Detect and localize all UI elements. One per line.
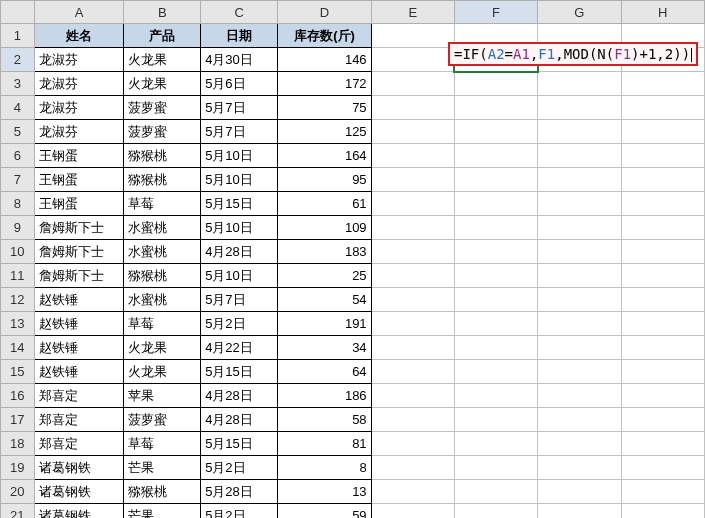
cell-H6[interactable]: [621, 144, 704, 168]
cell-G6[interactable]: [538, 144, 621, 168]
row-head[interactable]: 9: [1, 216, 35, 240]
cell-B8[interactable]: 草莓: [124, 192, 201, 216]
cell-G16[interactable]: [538, 384, 621, 408]
cell-E17[interactable]: [371, 408, 454, 432]
cell-E7[interactable]: [371, 168, 454, 192]
cell-F11[interactable]: [454, 264, 537, 288]
cell-F5[interactable]: [454, 120, 537, 144]
select-all-corner[interactable]: [1, 1, 35, 24]
cell-G7[interactable]: [538, 168, 621, 192]
cell-C20[interactable]: 5月28日: [201, 480, 278, 504]
col-head-E[interactable]: E: [371, 1, 454, 24]
cell-C21[interactable]: 5月2日: [201, 504, 278, 519]
cell-H19[interactable]: [621, 456, 704, 480]
row-head[interactable]: 14: [1, 336, 35, 360]
cell-G21[interactable]: [538, 504, 621, 519]
cell-C6[interactable]: 5月10日: [201, 144, 278, 168]
cell-E16[interactable]: [371, 384, 454, 408]
cell-B11[interactable]: 猕猴桃: [124, 264, 201, 288]
cell-F15[interactable]: [454, 360, 537, 384]
cell-C1[interactable]: 日期: [201, 24, 278, 48]
cell-G5[interactable]: [538, 120, 621, 144]
cell-B6[interactable]: 猕猴桃: [124, 144, 201, 168]
cell-F3[interactable]: [454, 72, 537, 96]
cell-D6[interactable]: 164: [278, 144, 371, 168]
cell-D16[interactable]: 186: [278, 384, 371, 408]
spreadsheet-sheet[interactable]: A B C D E F G H 1姓名产品日期库存数(斤)2龙淑芬火龙果4月30…: [0, 0, 705, 518]
cell-D10[interactable]: 183: [278, 240, 371, 264]
cell-C12[interactable]: 5月7日: [201, 288, 278, 312]
cell-A1[interactable]: 姓名: [34, 24, 124, 48]
row-head[interactable]: 4: [1, 96, 35, 120]
cell-B17[interactable]: 菠萝蜜: [124, 408, 201, 432]
cell-B7[interactable]: 猕猴桃: [124, 168, 201, 192]
col-head-B[interactable]: B: [124, 1, 201, 24]
cell-C10[interactable]: 4月28日: [201, 240, 278, 264]
cell-F9[interactable]: [454, 216, 537, 240]
cell-D3[interactable]: 172: [278, 72, 371, 96]
cell-B21[interactable]: 芒果: [124, 504, 201, 519]
cell-F20[interactable]: [454, 480, 537, 504]
cell-C13[interactable]: 5月2日: [201, 312, 278, 336]
col-head-G[interactable]: G: [538, 1, 621, 24]
cell-A9[interactable]: 詹姆斯下士: [34, 216, 124, 240]
cell-G20[interactable]: [538, 480, 621, 504]
cell-B10[interactable]: 水蜜桃: [124, 240, 201, 264]
cell-B12[interactable]: 水蜜桃: [124, 288, 201, 312]
cell-F13[interactable]: [454, 312, 537, 336]
cell-F19[interactable]: [454, 456, 537, 480]
cell-C19[interactable]: 5月2日: [201, 456, 278, 480]
cell-D21[interactable]: 59: [278, 504, 371, 519]
cell-E11[interactable]: [371, 264, 454, 288]
cell-C3[interactable]: 5月6日: [201, 72, 278, 96]
cell-H5[interactable]: [621, 120, 704, 144]
cell-H11[interactable]: [621, 264, 704, 288]
cell-F10[interactable]: [454, 240, 537, 264]
row-head[interactable]: 16: [1, 384, 35, 408]
cell-C7[interactable]: 5月10日: [201, 168, 278, 192]
cell-F12[interactable]: [454, 288, 537, 312]
cell-A7[interactable]: 王钢蛋: [34, 168, 124, 192]
cell-D18[interactable]: 81: [278, 432, 371, 456]
cell-D12[interactable]: 54: [278, 288, 371, 312]
cell-B1[interactable]: 产品: [124, 24, 201, 48]
cell-H20[interactable]: [621, 480, 704, 504]
cell-C11[interactable]: 5月10日: [201, 264, 278, 288]
cell-G18[interactable]: [538, 432, 621, 456]
cell-E10[interactable]: [371, 240, 454, 264]
cell-E15[interactable]: [371, 360, 454, 384]
cell-G11[interactable]: [538, 264, 621, 288]
col-head-H[interactable]: H: [621, 1, 704, 24]
cell-A17[interactable]: 郑喜定: [34, 408, 124, 432]
row-head[interactable]: 8: [1, 192, 35, 216]
row-head[interactable]: 10: [1, 240, 35, 264]
row-head[interactable]: 5: [1, 120, 35, 144]
cell-D7[interactable]: 95: [278, 168, 371, 192]
cell-D11[interactable]: 25: [278, 264, 371, 288]
row-head[interactable]: 19: [1, 456, 35, 480]
cell-F18[interactable]: [454, 432, 537, 456]
cell-B3[interactable]: 火龙果: [124, 72, 201, 96]
cell-F14[interactable]: [454, 336, 537, 360]
cell-C2[interactable]: 4月30日: [201, 48, 278, 72]
cell-F4[interactable]: [454, 96, 537, 120]
cell-B18[interactable]: 草莓: [124, 432, 201, 456]
cell-E5[interactable]: [371, 120, 454, 144]
cell-H15[interactable]: [621, 360, 704, 384]
row-head[interactable]: 21: [1, 504, 35, 519]
cell-E14[interactable]: [371, 336, 454, 360]
cell-E12[interactable]: [371, 288, 454, 312]
cell-B13[interactable]: 草莓: [124, 312, 201, 336]
col-head-F[interactable]: F: [454, 1, 537, 24]
cell-C17[interactable]: 4月28日: [201, 408, 278, 432]
cell-G10[interactable]: [538, 240, 621, 264]
cell-D14[interactable]: 34: [278, 336, 371, 360]
col-head-D[interactable]: D: [278, 1, 371, 24]
cell-G3[interactable]: [538, 72, 621, 96]
col-head-A[interactable]: A: [34, 1, 124, 24]
cell-H7[interactable]: [621, 168, 704, 192]
cell-A18[interactable]: 郑喜定: [34, 432, 124, 456]
cell-B2[interactable]: 火龙果: [124, 48, 201, 72]
cell-F8[interactable]: [454, 192, 537, 216]
row-head[interactable]: 2: [1, 48, 35, 72]
